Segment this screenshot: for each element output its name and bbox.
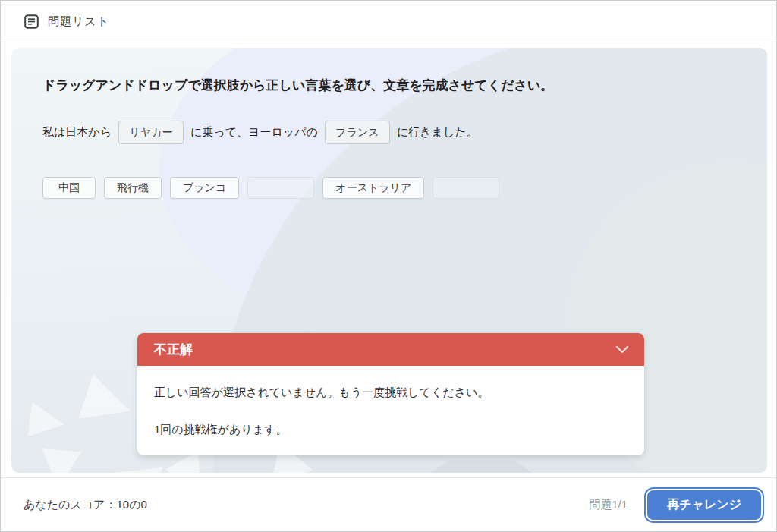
filled-blank-2[interactable]: フランス bbox=[325, 121, 390, 144]
sentence-part: 私は日本から bbox=[42, 125, 112, 140]
instruction-text: ドラッグアンドドロップで選択肢から正しい言葉を選び、文章を完成させてください。 bbox=[42, 77, 553, 94]
empty-word-slot[interactable] bbox=[433, 177, 499, 199]
deco-ellipse bbox=[159, 48, 767, 363]
feedback-message: 正しい回答が選択されていません。もう一度挑戦してください。 bbox=[154, 386, 626, 400]
sentence-part: に行きました。 bbox=[397, 125, 478, 140]
empty-word-slot[interactable] bbox=[247, 177, 314, 199]
deco-triangle bbox=[78, 374, 137, 433]
word-chip[interactable]: 飛行機 bbox=[104, 177, 162, 199]
word-bank: 中国 飛行機 ブランコ オーストラリア bbox=[42, 177, 499, 199]
quiz-app-window: 問題リスト ドラッグアンドドロップで選択肢から正しい言葉を選び、文章を完成させて… bbox=[0, 0, 777, 532]
feedback-header[interactable]: 不正解 bbox=[137, 333, 644, 366]
filled-blank-1[interactable]: リヤカー bbox=[118, 121, 184, 144]
chevron-down-icon[interactable] bbox=[615, 345, 629, 354]
feedback-title: 不正解 bbox=[154, 341, 193, 358]
app-header: 問題リスト bbox=[1, 1, 776, 42]
footer-right-group: 問題1/1 再チャレンジ bbox=[589, 489, 764, 521]
list-document-icon bbox=[24, 14, 39, 29]
deco-triangle bbox=[39, 449, 81, 473]
word-chip[interactable]: オーストラリア bbox=[322, 177, 424, 199]
score-label: あなたのスコア：10の0 bbox=[24, 498, 147, 512]
deco-triangle bbox=[27, 402, 67, 442]
feedback-message: 1回の挑戦権があります。 bbox=[154, 423, 626, 437]
feedback-body: 正しい回答が選択されていません。もう一度挑戦してください。 1回の挑戦権がありま… bbox=[137, 366, 644, 455]
page-title: 問題リスト bbox=[48, 14, 109, 29]
deco-trapezoid bbox=[430, 461, 533, 473]
sentence-row: 私は日本から リヤカー に乗って、ヨーロッパの フランス に行きました。 bbox=[42, 121, 478, 144]
word-chip[interactable]: 中国 bbox=[42, 177, 96, 199]
word-chip[interactable]: ブランコ bbox=[170, 177, 239, 199]
retry-button[interactable]: 再チャレンジ bbox=[646, 489, 763, 521]
feedback-card: 不正解 正しい回答が選択されていません。もう一度挑戦してください。 1回の挑戦権… bbox=[137, 333, 644, 455]
quiz-panel: ドラッグアンドドロップで選択肢から正しい言葉を選び、文章を完成させてください。 … bbox=[11, 48, 767, 473]
sentence-part: に乗って、ヨーロッパの bbox=[190, 125, 318, 140]
progress-label: 問題1/1 bbox=[589, 498, 628, 512]
footer-bar: あなたのスコア：10の0 問題1/1 再チャレンジ bbox=[1, 477, 776, 531]
